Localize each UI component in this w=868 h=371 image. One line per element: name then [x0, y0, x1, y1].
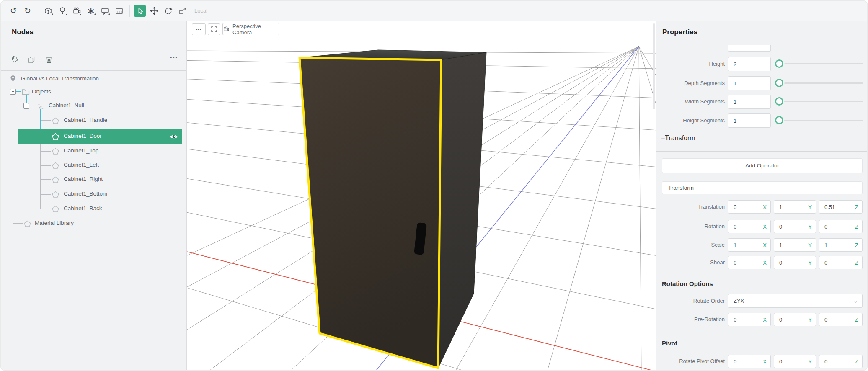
height-slider[interactable]: [775, 59, 864, 69]
scale-tool-button[interactable]: [177, 5, 189, 17]
viewport-canvas[interactable]: [187, 21, 658, 370]
tree-connector: [41, 151, 51, 152]
scale-icon: [178, 6, 187, 15]
tree-item-objects[interactable]: Objects: [32, 88, 51, 95]
width-segments-input[interactable]: [728, 95, 771, 109]
tree-item-material-library[interactable]: Material Library: [35, 220, 74, 226]
translation-label: Translation: [662, 204, 725, 210]
axis-y-label: Y: [808, 317, 812, 323]
redo-button[interactable]: ↻: [22, 5, 34, 17]
translation-z-input[interactable]: 0.51Z: [819, 200, 863, 214]
mesh-pentagon-icon: [52, 117, 59, 124]
cabinet-null-collapse-toggle[interactable]: −: [23, 103, 29, 109]
tree-item-cabinet1-left[interactable]: Cabinet1_Left: [64, 162, 99, 168]
depth-segments-input[interactable]: [728, 76, 771, 90]
rotate-pivot-offset-y-input[interactable]: 0Y: [774, 355, 816, 368]
rotate-pivot-offset-z-input[interactable]: 0Z: [819, 355, 863, 368]
null-axes-icon: [37, 103, 45, 110]
add-camera-button[interactable]: [71, 5, 83, 17]
add-mesh-button[interactable]: [42, 5, 54, 17]
add-helper-button[interactable]: ∗: [85, 5, 97, 17]
shear-x-input[interactable]: 0X: [728, 256, 771, 269]
movie-camera-icon: [72, 6, 81, 15]
axis-z-label: Z: [855, 317, 858, 323]
camera-selector-button[interactable]: Perspective Camera: [222, 23, 279, 35]
tree-item-cabinet1-null[interactable]: Cabinet1_Null: [49, 102, 84, 108]
viewport-scrollbar[interactable]: [653, 23, 655, 109]
delete-button[interactable]: [44, 55, 54, 64]
scale-x-input[interactable]: 1X: [728, 238, 771, 252]
viewport-3d[interactable]: ••• Perspective Camera: [187, 21, 658, 370]
collapse-minus-icon[interactable]: −: [661, 134, 665, 142]
annotation-button[interactable]: [99, 5, 111, 17]
keyboard-panel-button[interactable]: [114, 5, 125, 17]
transform-operator-item[interactable]: Transform: [662, 181, 863, 194]
viewport-more-button[interactable]: •••: [192, 23, 206, 35]
rotate-order-select[interactable]: ZYX ⌄: [728, 294, 863, 308]
duplicate-button[interactable]: [27, 55, 36, 64]
main-toolbar: ↺ ↻ ∗: [1, 1, 867, 21]
axis-z-label: Z: [855, 260, 858, 266]
rotation-x-input[interactable]: 0X: [728, 220, 771, 233]
cabinet-side-face[interactable]: [438, 52, 486, 368]
visibility-eye-icon[interactable]: [169, 133, 178, 140]
rotate-tool-button[interactable]: [163, 5, 174, 17]
axis-y-label: Y: [808, 260, 812, 266]
tree-item-cabinet1-top[interactable]: Cabinet1_Top: [64, 147, 98, 154]
add-operator-button[interactable]: Add Operator: [662, 158, 863, 173]
properties-panel: Properties Height Depth Segments Width S…: [656, 21, 867, 370]
undo-icon: ↺: [10, 7, 17, 15]
clipped-input-above[interactable]: [728, 45, 771, 52]
nodes-divider: [1, 70, 186, 71]
tree-item-cabinet1-door-selected[interactable]: Cabinet1_Door: [18, 129, 182, 144]
coordinate-space-label[interactable]: Local: [194, 8, 207, 14]
height-segments-input[interactable]: [728, 113, 771, 128]
height-segments-slider[interactable]: [775, 116, 864, 125]
translation-x-input[interactable]: 0X: [728, 200, 771, 214]
slider-knob[interactable]: [775, 116, 783, 124]
tree-item-cabinet1-bottom[interactable]: Cabinet1_Bottom: [64, 191, 107, 197]
tree-item-cabinet1-right[interactable]: Cabinet1_Right: [64, 176, 103, 182]
height-label: Height: [662, 61, 725, 67]
rotation-y-input[interactable]: 0Y: [774, 220, 816, 233]
shear-y-input[interactable]: 0Y: [774, 256, 816, 269]
light-bulb-icon: [58, 6, 67, 15]
move-tool-button[interactable]: [148, 5, 160, 17]
slider-knob[interactable]: [775, 97, 783, 106]
transform-section-header[interactable]: −Transform: [661, 134, 695, 142]
pre-rotation-x-input[interactable]: 0X: [728, 313, 771, 326]
cabinet-door-face-selected[interactable]: [300, 58, 441, 368]
mesh-pentagon-icon: [24, 220, 31, 227]
shear-z-input[interactable]: 0Z: [819, 256, 863, 269]
depth-segments-slider[interactable]: [775, 79, 864, 88]
slider-knob[interactable]: [775, 59, 783, 68]
pre-rotation-label: Pre-Rotation: [662, 316, 725, 322]
keyboard-icon: [115, 6, 124, 15]
viewport-fullscreen-button[interactable]: [208, 23, 220, 35]
objects-collapse-toggle[interactable]: −: [10, 89, 16, 95]
axis-y-label: Y: [808, 242, 812, 248]
toolbar-separator: [129, 5, 130, 17]
rotate-icon: [164, 6, 173, 15]
tree-connector: [13, 223, 23, 224]
nodes-more-button[interactable]: •••: [170, 55, 178, 61]
transform-divider: [656, 151, 867, 152]
tag-button[interactable]: [10, 55, 19, 64]
slider-knob[interactable]: [775, 79, 783, 87]
undo-button[interactable]: ↺: [8, 5, 19, 17]
cabinet-object[interactable]: [300, 50, 486, 368]
width-segments-slider[interactable]: [775, 97, 864, 106]
select-tool-button[interactable]: [134, 5, 146, 17]
pre-rotation-z-input[interactable]: 0Z: [819, 313, 863, 326]
add-light-button[interactable]: [57, 5, 68, 17]
tree-item-cabinet1-handle[interactable]: Cabinet1_Handle: [64, 117, 107, 123]
scale-z-input[interactable]: 1Z: [819, 238, 863, 252]
translation-y-input[interactable]: 1Y: [774, 200, 816, 214]
tree-item-scene-root[interactable]: Global vs Local Transformation: [21, 75, 99, 82]
rotate-pivot-offset-x-input[interactable]: 0X: [728, 355, 771, 368]
tree-item-cabinet1-back[interactable]: Cabinet1_Back: [64, 205, 102, 211]
pre-rotation-y-input[interactable]: 0Y: [774, 313, 816, 326]
scale-y-input[interactable]: 1Y: [774, 238, 816, 252]
rotation-z-input[interactable]: 0Z: [819, 220, 863, 233]
height-input[interactable]: [728, 57, 771, 71]
